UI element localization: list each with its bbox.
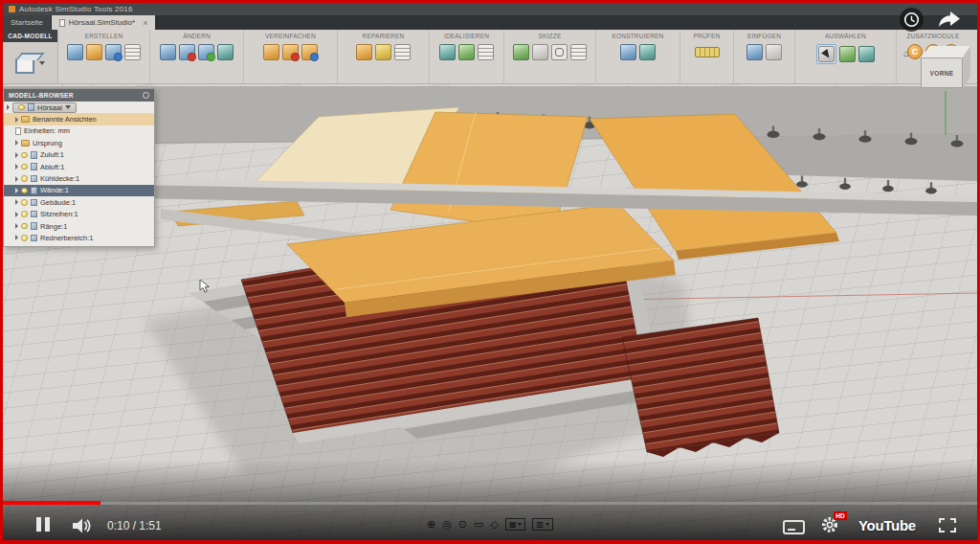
share-button[interactable] (937, 10, 962, 33)
viewcube-front-face[interactable]: VORNE (921, 57, 963, 88)
sketch-project-icon[interactable] (532, 44, 548, 60)
tree-item-label: Sitzreihen:1 (40, 210, 78, 218)
visibility-bulb-icon[interactable] (21, 199, 28, 206)
construct-plane-icon[interactable] (620, 44, 636, 60)
tree-item-rednerbereich[interactable]: Rednerbereich:1 (4, 232, 154, 243)
modify-combine-icon[interactable] (217, 44, 234, 60)
home-icon[interactable]: ⌂ (903, 48, 909, 58)
expand-arrow-icon[interactable] (15, 223, 18, 229)
tree-item-label: Ursprung (33, 139, 62, 147)
fullscreen-button[interactable] (939, 518, 956, 533)
tree-item-root[interactable]: Hörsaal (4, 102, 154, 113)
component-icon (31, 151, 38, 159)
simplify-remove-icon[interactable] (282, 44, 299, 60)
modify-delete-icon[interactable] (179, 44, 195, 60)
watch-later-button[interactable] (899, 7, 924, 36)
tree-item-label: Kühldecke:1 (40, 174, 79, 183)
expand-arrow-icon[interactable] (15, 235, 18, 240)
component-icon (28, 103, 35, 111)
expand-arrow-icon[interactable] (15, 152, 18, 158)
expand-arrow-icon[interactable] (15, 176, 18, 182)
insert-file-icon[interactable] (766, 44, 782, 60)
visibility-bulb-icon[interactable] (18, 104, 25, 111)
idealize-shell-icon[interactable] (439, 44, 456, 60)
insert-mesh-icon[interactable] (746, 44, 763, 60)
viewcube[interactable]: VORNE (921, 46, 978, 96)
tree-item-label: Abluft:1 (40, 163, 64, 171)
pause-button[interactable] (36, 517, 50, 532)
viewcube-top-face[interactable] (921, 46, 970, 57)
tree-item-sitzreihen[interactable]: Sitzreihen:1 (4, 209, 154, 220)
volume-button[interactable] (73, 518, 96, 537)
tree-item-units[interactable]: Einheiten: mm (4, 125, 154, 137)
tree-item-raenge[interactable]: Ränge:1 (4, 220, 154, 232)
create-pattern-list-icon[interactable] (124, 44, 141, 60)
tree-item-named-views[interactable]: Benannte Ansichten (4, 113, 154, 125)
tree-item-label: Benannte Ansichten (33, 115, 97, 124)
ribbon-group-pruefen: PRÜFEN (680, 30, 734, 83)
component-icon (31, 235, 38, 242)
tree-item-label: Zuluft:1 (40, 150, 64, 159)
tree-item-kuehldecke[interactable]: Kühldecke:1 (4, 172, 154, 184)
visibility-bulb-icon[interactable] (21, 188, 28, 194)
create-box-icon[interactable] (67, 44, 83, 60)
tab-startseite[interactable]: Startseite (3, 15, 52, 30)
tree-item-zuluft[interactable]: Zuluft:1 (4, 149, 154, 161)
tree-item-gebaeude[interactable]: Gebäude:1 (4, 196, 154, 208)
measure-icon[interactable] (695, 47, 720, 57)
create-revolve-icon[interactable] (105, 44, 122, 60)
model-browser-header[interactable]: MODELL-BROWSER (4, 89, 154, 102)
gear-icon[interactable] (143, 92, 149, 99)
close-icon[interactable]: × (143, 18, 147, 28)
idealize-midsurface-icon[interactable] (458, 44, 475, 60)
select-cursor-icon[interactable] (818, 46, 835, 62)
visibility-bulb-icon[interactable] (21, 175, 28, 182)
cad-modell-block[interactable]: CAD-MODELL (3, 30, 58, 83)
visibility-bulb-icon[interactable] (21, 211, 28, 217)
tree-item-abluft[interactable]: Abluft:1 (4, 161, 154, 172)
repair-warn-icon[interactable] (375, 44, 391, 60)
progress-track[interactable] (3, 502, 977, 505)
expand-arrow-icon[interactable] (15, 164, 18, 170)
chevron-down-icon (39, 61, 45, 65)
visibility-bulb-icon[interactable] (21, 223, 28, 230)
tree-item-selected[interactable]: Wände:1 (4, 185, 154, 196)
expand-arrow-icon[interactable] (7, 104, 10, 110)
sketch-create-icon[interactable] (513, 44, 529, 60)
visibility-bulb-icon[interactable] (21, 235, 28, 241)
tree-item-origin[interactable]: Ursprung (4, 137, 154, 148)
expand-arrow-icon[interactable] (15, 188, 18, 193)
repair-report-icon[interactable] (394, 44, 411, 60)
expand-arrow-icon[interactable] (15, 140, 18, 146)
construct-axis-icon[interactable] (639, 44, 656, 60)
youtube-logo[interactable]: YouTube (858, 517, 916, 533)
select-component-icon[interactable] (858, 46, 875, 62)
simplify-merge-icon[interactable] (263, 44, 279, 60)
idealize-report-icon[interactable] (478, 44, 494, 60)
subtitles-button[interactable] (783, 520, 805, 534)
tab-label: Hörsaal.SimStudio* (69, 18, 135, 27)
modify-press-icon[interactable] (160, 44, 176, 60)
expand-arrow-icon[interactable] (15, 212, 18, 217)
cad-modell-tab[interactable]: CAD-MODELL (3, 30, 57, 42)
expand-arrow-icon[interactable] (15, 117, 18, 123)
ribbon-toolbar: CAD-MODELL ERSTELLEN ÄNDERN VEREINFACHEN (3, 30, 977, 84)
select-body-icon[interactable] (839, 46, 856, 62)
cad-modell-icon[interactable] (3, 42, 57, 83)
tree-item-label: Einheiten: mm (24, 126, 70, 135)
visibility-bulb-icon[interactable] (21, 152, 28, 159)
expand-arrow-icon[interactable] (15, 199, 18, 205)
simplify-replace-icon[interactable] (301, 44, 318, 60)
repair-flag-icon[interactable] (356, 44, 372, 60)
ribbon-group-auswaehlen: AUSWÄHLEN (795, 30, 897, 83)
tab-document[interactable]: Hörsaal.SimStudio* × (52, 15, 156, 30)
create-extrude-icon[interactable] (86, 44, 102, 60)
sketch-more-icon[interactable] (570, 44, 587, 60)
visibility-bulb-icon[interactable] (21, 164, 28, 170)
progress-bar-filled[interactable] (3, 501, 100, 505)
tree-item-label: Ränge:1 (40, 222, 67, 231)
document-tab-bar: Startseite Hörsaal.SimStudio* × (3, 15, 977, 30)
sketch-rect-icon[interactable] (551, 44, 568, 60)
modify-add-icon[interactable] (198, 44, 214, 60)
folder-icon (21, 140, 30, 147)
